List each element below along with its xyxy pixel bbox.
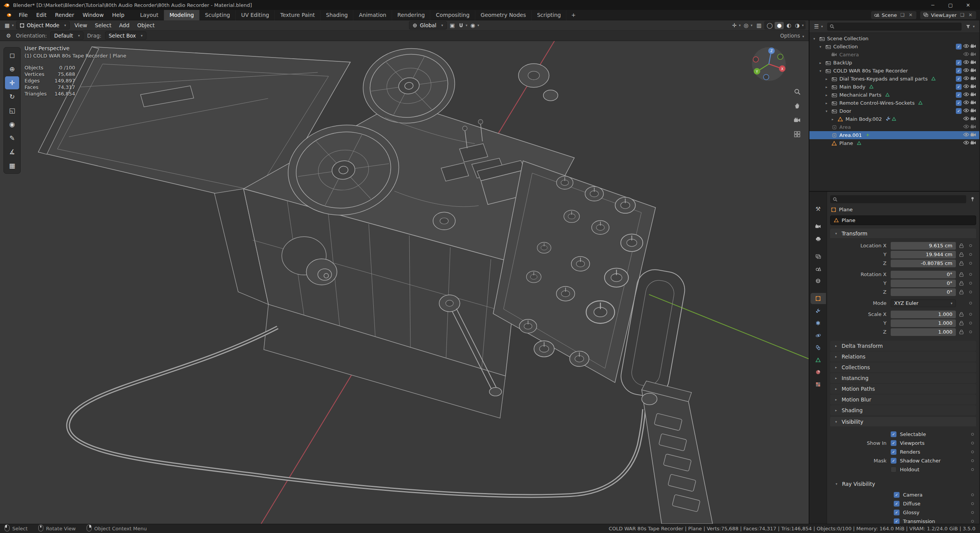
- shading-rendered-button[interactable]: ◑: [794, 22, 805, 29]
- animate-dot[interactable]: [971, 494, 974, 496]
- shadow-catcher-checkbox[interactable]: ✓: [891, 458, 896, 464]
- animate-dot[interactable]: [969, 253, 972, 256]
- animate-dot[interactable]: [969, 244, 972, 247]
- animate-dot[interactable]: [971, 442, 974, 444]
- visibility-eye-icon[interactable]: [963, 132, 969, 138]
- blender-menu-button[interactable]: [2, 13, 15, 17]
- outliner-row-dial-tones-keypads-and-small-parts[interactable]: ▸Dial Tones-Keypads and small parts✓: [809, 75, 979, 83]
- viewports-checkbox[interactable]: ✓: [891, 440, 896, 446]
- tool-scale[interactable]: ◱: [5, 104, 19, 117]
- minimize-button[interactable]: ─: [924, 0, 942, 10]
- exclude-checkbox[interactable]: ✓: [956, 100, 962, 106]
- location-z-field[interactable]: -0.80785 cm: [891, 260, 956, 267]
- scene-selector[interactable]: Scene ❏ ✕: [871, 11, 916, 19]
- lock-icon[interactable]: [956, 321, 967, 326]
- unlink-scene-button[interactable]: ✕: [908, 12, 913, 18]
- outliner-row-camera[interactable]: Camera: [809, 51, 979, 59]
- breadcrumb-object[interactable]: Plane: [839, 207, 853, 212]
- transform-panel-header[interactable]: ▾ Transform: [830, 229, 976, 238]
- workspace-tab-compositing[interactable]: Compositing: [430, 10, 475, 20]
- menu-help[interactable]: Help: [108, 10, 129, 20]
- ray-transmission-checkbox[interactable]: ✓: [894, 518, 900, 524]
- outliner-row-collection[interactable]: ▾Collection✓: [809, 43, 979, 51]
- outliner-row-scene-collection[interactable]: ▾Scene Collection: [809, 35, 979, 43]
- panel-motion-blur[interactable]: ▸Motion Blur: [830, 395, 976, 405]
- pivot-point-button[interactable]: ▣: [448, 21, 457, 30]
- outliner-row-backup[interactable]: ▸BackUp✓: [809, 59, 979, 67]
- viewport-menu-view[interactable]: View: [71, 22, 91, 28]
- properties-tab-modifiers[interactable]: [811, 305, 826, 316]
- snap-magnet-button[interactable]: [458, 21, 469, 30]
- outliner-row-main-body-002[interactable]: ▸Main Body.002: [809, 115, 979, 123]
- exclude-checkbox[interactable]: ✓: [956, 60, 962, 66]
- lock-icon[interactable]: [956, 281, 967, 286]
- properties-tab-physics[interactable]: [811, 330, 826, 341]
- outliner-row-area-001[interactable]: Area.001: [809, 131, 979, 139]
- expand-icon[interactable]: ▸: [824, 85, 829, 89]
- ray-diffuse-checkbox[interactable]: ✓: [894, 501, 900, 507]
- viewport-menu-object[interactable]: Object: [133, 22, 159, 28]
- animate-dot[interactable]: [969, 322, 972, 324]
- visibility-eye-icon[interactable]: [963, 84, 969, 90]
- control-panel[interactable]: [493, 161, 656, 383]
- ray-glossy-checkbox[interactable]: ✓: [894, 510, 900, 515]
- render-camera-icon[interactable]: [970, 108, 976, 114]
- render-camera-icon[interactable]: [970, 124, 976, 130]
- properties-tab-particles[interactable]: ✱: [811, 317, 826, 329]
- workspace-tab-sculpting[interactable]: Sculpting: [200, 10, 236, 20]
- expand-icon[interactable]: ▸: [824, 101, 829, 105]
- render-camera-icon[interactable]: [970, 68, 976, 74]
- outliner-row-main-body[interactable]: ▸Main Body✓: [809, 83, 979, 91]
- pin-icon[interactable]: [969, 197, 976, 202]
- lock-icon[interactable]: [956, 261, 967, 266]
- rotation-y-field[interactable]: 0°: [891, 280, 956, 287]
- properties-tab-scene[interactable]: [811, 263, 826, 274]
- properties-tab-render[interactable]: [811, 221, 826, 232]
- outliner-row-cold-war-80s-tape-recorder[interactable]: ▾COLD WAR 80s Tape Recorder✓: [809, 67, 979, 75]
- exclude-checkbox[interactable]: ✓: [956, 84, 962, 90]
- tool-measure[interactable]: ∡: [5, 145, 19, 158]
- outliner-row-door[interactable]: ▾Door✓: [809, 107, 979, 115]
- workspace-tab-modeling[interactable]: Modeling: [164, 10, 200, 20]
- outliner-editor-type-button[interactable]: ☰: [813, 23, 824, 30]
- editor-type-button[interactable]: ▦: [3, 22, 15, 28]
- workspace-tab-geometry-nodes[interactable]: Geometry Nodes: [475, 10, 532, 20]
- rotation-mode-dropdown[interactable]: XYZ Euler: [891, 299, 956, 307]
- menu-window[interactable]: Window: [78, 10, 108, 20]
- visibility-eye-icon[interactable]: [963, 92, 969, 98]
- lock-icon[interactable]: [956, 312, 967, 317]
- outliner-row-mechanical-parts[interactable]: ▸Mechanical Parts✓: [809, 91, 979, 99]
- lock-icon[interactable]: [956, 243, 967, 248]
- animate-dot[interactable]: [969, 262, 972, 265]
- render-camera-icon[interactable]: [970, 76, 976, 82]
- expand-icon[interactable]: ▸: [830, 117, 835, 121]
- location-y-field[interactable]: 19.944 cm: [891, 251, 956, 258]
- lock-icon[interactable]: [956, 252, 967, 257]
- zoom-button[interactable]: [793, 87, 802, 96]
- exclude-checkbox[interactable]: ✓: [956, 92, 962, 98]
- pan-hand-button[interactable]: [793, 101, 802, 110]
- visibility-eye-icon[interactable]: [963, 124, 969, 130]
- object-name-field[interactable]: Plane: [830, 216, 976, 225]
- outliner-row-remote-control-wires-sockets[interactable]: ▸Remote Control-Wires-Sockets✓: [809, 99, 979, 107]
- animate-dot[interactable]: [969, 273, 972, 276]
- viewport-menu-select[interactable]: Select: [91, 22, 115, 28]
- exclude-checkbox[interactable]: ✓: [956, 108, 962, 114]
- workspace-tab-shading[interactable]: Shading: [321, 10, 354, 20]
- workspace-tab-layout[interactable]: Layout: [135, 10, 164, 20]
- properties-tab-world[interactable]: [811, 275, 826, 286]
- tool-cursor[interactable]: ⊕: [5, 63, 19, 76]
- maximize-button[interactable]: ▢: [942, 0, 959, 10]
- workspace-tab-uv-editing[interactable]: UV Editing: [236, 10, 275, 20]
- visibility-eye-icon[interactable]: [963, 76, 969, 82]
- navigation-gizmo[interactable]: X Y Z: [751, 46, 786, 82]
- show-gizmo-button[interactable]: ✛: [731, 21, 742, 30]
- add-workspace-button[interactable]: +: [566, 10, 580, 20]
- lock-icon[interactable]: [956, 290, 967, 294]
- titlebar[interactable]: Blender* [D:\Market\Blender\Tutorial\80t…: [0, 0, 980, 10]
- panel-motion-paths[interactable]: ▸Motion Paths: [830, 384, 976, 394]
- tool-rotate[interactable]: ↻: [5, 90, 19, 103]
- selectable-checkbox[interactable]: ✓: [891, 431, 896, 437]
- properties-tab-texture[interactable]: [811, 379, 826, 390]
- animate-dot[interactable]: [969, 302, 972, 304]
